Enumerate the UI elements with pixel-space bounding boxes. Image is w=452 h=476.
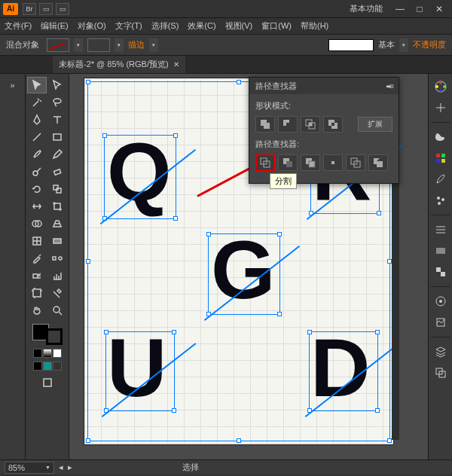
line-tool[interactable] — [27, 129, 47, 145]
svg-point-14 — [59, 257, 62, 260]
divide-button[interactable] — [255, 154, 275, 171]
perspective-tool[interactable] — [47, 215, 67, 232]
stroke-color[interactable] — [46, 328, 63, 345]
arrange2-icon[interactable]: ▭ — [56, 3, 69, 15]
menu-select[interactable]: 选择(S) — [151, 20, 179, 32]
paintbrush-tool[interactable] — [27, 146, 47, 163]
pathfinder-panel[interactable]: 路径查找器 ▪▪▪≡ 形状模式: 扩展 路径查找器: — [249, 77, 399, 184]
rotate-tool[interactable] — [27, 181, 47, 197]
brush-dropdown[interactable]: ▾ — [399, 38, 408, 52]
zoom-dropdown-icon[interactable]: ▼ — [45, 465, 50, 470]
menu-view[interactable]: 视图(V) — [225, 20, 253, 32]
eyedropper-tool[interactable] — [27, 250, 47, 267]
menu-window[interactable]: 窗口(W) — [261, 20, 292, 32]
minus-front-button[interactable] — [278, 116, 298, 133]
arrange-icon[interactable]: ▭ — [39, 3, 53, 15]
tab-close-icon[interactable]: ✕ — [173, 60, 179, 69]
outline-button[interactable] — [346, 154, 365, 171]
menu-help[interactable]: 帮助(H) — [301, 20, 328, 32]
workspace-label[interactable]: 基本功能 — [350, 3, 383, 14]
exclude-button[interactable] — [323, 116, 343, 133]
opacity-label[interactable]: 不透明度 — [413, 39, 446, 50]
menu-type[interactable]: 文字(T) — [115, 20, 142, 32]
rectangle-tool[interactable] — [47, 129, 67, 145]
panel-guide-icon[interactable] — [431, 98, 450, 117]
panel-swatches-icon[interactable] — [431, 127, 450, 147]
close-button[interactable]: ✕ — [429, 2, 449, 16]
intersect-button[interactable] — [301, 116, 320, 133]
menu-effect[interactable]: 效果(C) — [188, 20, 215, 32]
fill-dropdown[interactable]: ▾ — [74, 38, 83, 52]
stroke-swatch[interactable] — [87, 38, 110, 52]
fill-swatch[interactable] — [47, 38, 69, 52]
panel-color-icon[interactable] — [431, 77, 450, 96]
panel-title: 路径查找器 — [255, 81, 297, 92]
stroke-label[interactable]: 描边 — [128, 39, 145, 50]
zoom-field[interactable]: 85% ▼ — [5, 462, 54, 474]
screen-mode3-icon[interactable] — [53, 362, 62, 371]
stroke-dropdown[interactable]: ▾ — [115, 38, 124, 52]
panel-graphic-icon[interactable] — [431, 313, 450, 332]
panel-stroke-icon[interactable] — [431, 220, 450, 240]
type-tool[interactable] — [47, 111, 67, 128]
artboard-tool[interactable] — [27, 285, 47, 301]
gradient-mode-icon[interactable] — [43, 349, 52, 358]
scale-tool[interactable] — [47, 181, 67, 197]
fill-stroke-indicator[interactable] — [32, 324, 63, 345]
normal-screen-icon[interactable] — [33, 362, 42, 371]
magic-wand-tool[interactable] — [27, 94, 47, 111]
pen-tool[interactable] — [27, 111, 47, 128]
selection-tool[interactable] — [27, 77, 47, 93]
nav-prev-icon[interactable]: ◂ — [59, 462, 63, 472]
mesh-tool[interactable] — [27, 233, 47, 249]
panel-symbols2-icon[interactable] — [431, 191, 450, 210]
panel-layers-icon[interactable] — [431, 342, 450, 362]
stroke-weight-dropdown[interactable]: ▾ — [149, 38, 158, 52]
brush-thumb[interactable] — [328, 39, 374, 51]
symbol-sprayer-tool[interactable] — [27, 267, 47, 284]
menu-file[interactable]: 文件(F) — [5, 20, 32, 32]
width-tool[interactable] — [27, 198, 47, 215]
merge-button[interactable] — [301, 154, 320, 171]
maximize-button[interactable]: □ — [410, 2, 429, 16]
panel-transparency-icon[interactable] — [431, 262, 450, 282]
color-mode-icon[interactable] — [33, 349, 42, 358]
direct-selection-tool[interactable] — [47, 77, 67, 93]
lasso-tool[interactable] — [47, 94, 67, 111]
menu-object[interactable]: 对象(O) — [78, 20, 106, 32]
minimize-button[interactable]: ― — [390, 2, 410, 16]
hand-tool[interactable] — [27, 302, 47, 319]
blend-tool[interactable] — [47, 250, 67, 267]
panel-artboards-icon[interactable] — [431, 363, 450, 383]
blob-brush-tool[interactable] — [27, 163, 47, 180]
minus-back-button[interactable] — [368, 154, 388, 171]
nav-next-icon[interactable]: ▸ — [68, 462, 72, 472]
pencil-tool[interactable] — [47, 146, 67, 163]
vertical-scrollbar[interactable] — [392, 149, 399, 440]
gradient-tool[interactable] — [47, 233, 67, 249]
free-transform-tool[interactable] — [47, 198, 67, 215]
panel-menu-icon[interactable]: ▪▪▪≡ — [386, 82, 392, 90]
menu-edit[interactable]: 编辑(E) — [41, 20, 69, 32]
unite-button[interactable] — [255, 116, 275, 133]
document-tab[interactable]: 未标题-2* @ 85% (RGB/预览) ✕ — [53, 56, 185, 73]
svg-point-22 — [439, 89, 442, 92]
shape-builder-tool[interactable] — [27, 215, 47, 232]
slice-tool[interactable] — [47, 285, 67, 301]
zoom-tool[interactable] — [47, 302, 67, 319]
panel-appearance-icon[interactable] — [431, 291, 450, 311]
none-mode-icon[interactable] — [53, 349, 62, 358]
svg-rect-25 — [441, 154, 445, 157]
screen-mode2-icon[interactable] — [43, 362, 52, 371]
dock-expand-icon[interactable]: » — [3, 77, 23, 93]
panel-symbols-icon[interactable] — [431, 169, 450, 189]
screen-toggle[interactable] — [38, 374, 57, 391]
expand-button[interactable]: 扩展 — [358, 117, 392, 132]
eraser-tool[interactable] — [47, 163, 67, 180]
graph-tool[interactable] — [47, 267, 67, 284]
panel-gradient-icon[interactable] — [431, 241, 450, 261]
crop-button[interactable] — [323, 154, 343, 171]
trim-button[interactable] — [278, 154, 298, 171]
bridge-icon[interactable]: Br — [23, 3, 36, 15]
panel-brushes-icon[interactable] — [431, 148, 450, 168]
